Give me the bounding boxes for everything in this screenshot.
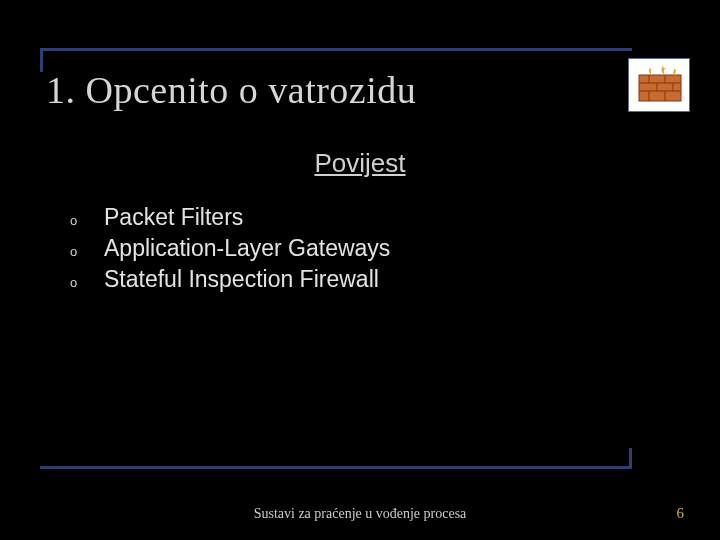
list-item: o Application-Layer Gateways: [70, 233, 390, 264]
footer-text: Sustavi za praćenje u vođenje procesa: [0, 506, 720, 522]
list-item: o Stateful Inspection Firewall: [70, 264, 390, 295]
firewall-icon: [628, 58, 690, 112]
bullet-list: o Packet Filters o Application-Layer Gat…: [70, 202, 390, 295]
bottom-rule: [40, 466, 632, 469]
bullet-marker: o: [70, 274, 82, 292]
page-number: 6: [677, 505, 685, 522]
svg-rect-0: [639, 75, 681, 101]
bullet-marker: o: [70, 243, 82, 261]
list-item: o Packet Filters: [70, 202, 390, 233]
slide-subtitle: Povijest: [0, 148, 720, 179]
firewall-icon-svg: [635, 65, 685, 105]
top-rule: [40, 48, 632, 51]
bullet-text: Application-Layer Gateways: [104, 233, 390, 264]
top-rule-tick: [40, 48, 43, 72]
bullet-text: Packet Filters: [104, 202, 243, 233]
bullet-text: Stateful Inspection Firewall: [104, 264, 379, 295]
slide-title: 1. Opcenito o vatrozidu: [46, 68, 416, 112]
bullet-marker: o: [70, 212, 82, 230]
slide: 1. Opcenito o vatrozidu Povijest o Packe…: [0, 0, 720, 540]
